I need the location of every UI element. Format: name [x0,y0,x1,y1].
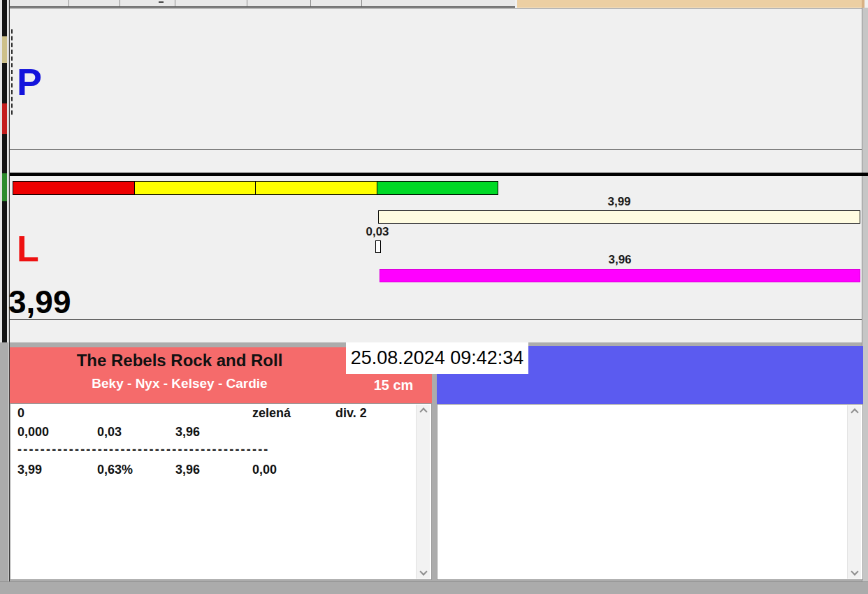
window-bottom-strip [0,581,868,594]
upper-time-bar [378,210,860,224]
result-color: zelená [252,406,291,421]
height-category-label: 15 cm [359,377,428,393]
background-window-sliver [0,0,8,594]
panel-divider-line [10,319,862,320]
upper-bar-value-label: 3,99 [378,195,860,209]
lower-bar-value-label: 3,96 [379,253,860,267]
result-change-time: 0,03 [97,425,122,440]
team-members: Beky - Nyx - Kelsey - Cardie [10,376,349,391]
sliver-tan-block [2,36,7,63]
secondary-panel-content [437,404,863,580]
sliver-red-block [2,103,7,134]
toolbar-caret-mark [159,1,164,3]
thick-divider-line [10,173,868,176]
toolbar-separator [68,0,69,6]
total-run: 3,96 [175,463,200,477]
penalty-value-label: 0,03 [359,225,396,239]
panel-divider-line [10,149,862,150]
background-window-strip [2,0,7,342]
sliver-green-block [2,173,7,201]
focus-dash-line [11,29,14,115]
scroll-down-icon[interactable] [419,567,427,575]
lower-time-bar [379,269,860,282]
top-accent-strip [517,0,865,8]
datetime-display: 25.08.2024 09:42:34 [346,342,528,374]
toolbar-separator [120,0,120,6]
result-faults: 0 [17,406,24,421]
toolbar-separator [247,0,247,6]
result-penalty-time: 0,000 [17,425,49,440]
zone-segment-yellow [256,182,377,194]
total-percent: 0,63% [97,463,133,477]
scroll-up-icon[interactable] [851,408,858,416]
sliver-gray-bottom [0,342,8,594]
zone-segment-red [13,182,135,194]
secondary-scrollbar[interactable] [847,405,861,579]
zone-segment-green [377,182,498,194]
secondary-panel [437,346,863,580]
total-faults: 0,00 [252,463,277,477]
timing-app-window: P 3,99 0,03 L 3,96 3,99 The Rebels Rock … [0,0,868,594]
toolbar-separator [175,0,175,6]
results-separator: ----------------------------------------… [17,442,270,457]
main-time-display: 3,99 [8,286,71,318]
zone-segment-yellow [135,182,256,194]
results-content: 0 zelená div. 2 0,000 0,03 3,96 --------… [10,403,432,580]
result-run-time: 3,96 [175,425,200,440]
content-top-border [10,8,862,9]
team-title: The Rebels Rock and Roll [10,351,349,370]
team-results-panel: The Rebels Rock and Roll Beky - Nyx - Ke… [10,347,432,580]
p-panel-label: P [17,63,42,101]
toolbar-separator [361,0,362,6]
scroll-down-icon[interactable] [851,567,858,575]
l-panel-label: L [17,231,39,267]
toolbar-separator [310,0,311,6]
scroll-up-icon[interactable] [419,407,427,415]
zone-indicator-bar [13,181,498,195]
penalty-bar [375,240,381,253]
total-time: 3,99 [17,463,42,477]
results-scrollbar[interactable] [416,405,430,579]
toolbar-buttons-row[interactable] [10,0,515,8]
result-division: div. 2 [335,406,367,421]
